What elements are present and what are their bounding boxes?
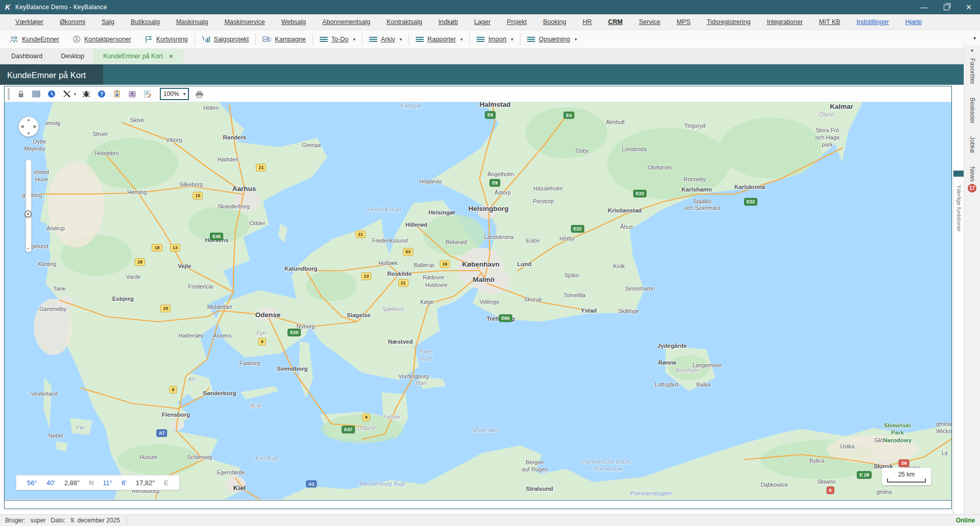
toolbar-kampagne[interactable]: Kampagne bbox=[255, 33, 312, 45]
menu-butikssalg[interactable]: Butikssalg bbox=[123, 18, 168, 26]
title-bar: K KeyBalance Demo - KeyBalance — × bbox=[0, 0, 980, 14]
lock-icon[interactable] bbox=[16, 89, 26, 99]
zoom-track[interactable] bbox=[26, 159, 32, 252]
menu-crm[interactable]: CRM bbox=[600, 18, 631, 26]
table-icon[interactable] bbox=[31, 89, 41, 99]
toolbar-label: To-Do bbox=[331, 36, 348, 43]
bug-icon[interactable] bbox=[81, 89, 91, 99]
tools-icon[interactable] bbox=[62, 89, 72, 99]
pan-right-icon[interactable]: ▶ bbox=[34, 124, 37, 129]
menu-mps[interactable]: MPS bbox=[668, 18, 699, 26]
restore-button[interactable] bbox=[935, 0, 958, 14]
menu-kontraktsalg[interactable]: Kontraktsalg bbox=[378, 18, 430, 26]
toolbar-overflow-icon[interactable]: ▾ bbox=[973, 35, 976, 41]
menu-maskinsalg[interactable]: Maskinsalg bbox=[168, 18, 217, 26]
toolbar-arkiv[interactable]: Arkiv ▾ bbox=[362, 33, 409, 45]
menu-websalg[interactable]: Websalg bbox=[273, 18, 314, 26]
sidebar-item-beskeder[interactable]: Beskeder bbox=[969, 98, 976, 124]
toolbar-label: Opsætning bbox=[539, 36, 570, 43]
map-pan-control[interactable]: ▲ ▼ ◀ ▶ bbox=[18, 116, 39, 137]
tab-desktop[interactable]: Desktop bbox=[52, 49, 93, 64]
svg-text:?: ? bbox=[100, 91, 103, 97]
menu-indkoeb[interactable]: Indkøb bbox=[430, 18, 466, 26]
window-title: KeyBalance Demo - KeyBalance bbox=[15, 4, 107, 11]
pan-up-icon[interactable]: ▲ bbox=[27, 117, 31, 122]
toolbar-opsaetning[interactable]: Opsætning ▾ bbox=[520, 33, 584, 45]
menu-indstillinger[interactable]: Indstillinger bbox=[848, 18, 897, 26]
pan-down-icon[interactable]: ▼ bbox=[27, 131, 31, 136]
horizontal-scrollbar[interactable] bbox=[4, 500, 952, 509]
zoom-select[interactable]: 100% ▾ bbox=[160, 88, 189, 100]
map-zoom-slider[interactable]: + − bbox=[24, 159, 32, 251]
coordinates-bar: 56° 40' 2,88'' N 11° 6' 17,82'' E bbox=[16, 475, 180, 490]
menu-vaerktoejer[interactable]: Værktøjer bbox=[7, 18, 52, 26]
zoom-out-button[interactable]: − bbox=[24, 245, 32, 252]
close-button[interactable]: × bbox=[958, 0, 980, 14]
lat-seconds[interactable]: 2,88'' bbox=[60, 479, 84, 487]
toolbar-import[interactable]: Import ▾ bbox=[469, 33, 520, 45]
road-shield: E6 bbox=[490, 179, 500, 187]
sidebar-item-news[interactable]: News bbox=[969, 166, 976, 182]
toolbar-rapporter[interactable]: Rapporter ▾ bbox=[409, 33, 469, 45]
road-shield: 21 bbox=[398, 279, 409, 287]
lon-degrees[interactable]: 11° bbox=[98, 479, 117, 487]
sidebar-item-jobkoe[interactable]: Jobkø bbox=[969, 136, 976, 153]
road-shield: 8 bbox=[169, 386, 177, 394]
toolbar-label: Rapporter bbox=[427, 36, 456, 43]
grip-handle-icon[interactable] bbox=[8, 88, 10, 100]
toolbar-todo[interactable]: To-Do ▾ bbox=[313, 33, 362, 45]
lat-minutes[interactable]: 40' bbox=[42, 479, 60, 487]
menu-mit-kb[interactable]: MIT KB bbox=[811, 18, 848, 26]
minimize-button[interactable]: — bbox=[913, 0, 935, 14]
menu-lager[interactable]: Lager bbox=[466, 18, 499, 26]
map-canvas[interactable]: KøbenhavnMalmöAarhusOdenseHelsingborgKie… bbox=[5, 102, 951, 499]
toolbar-kundeemner[interactable]: KundeEmner bbox=[3, 33, 66, 45]
edit-icon[interactable] bbox=[142, 89, 153, 99]
toolbar-kontaktpersoner[interactable]: Kontaktpersoner bbox=[66, 33, 138, 45]
collapsed-panel-cap bbox=[953, 171, 965, 177]
menu-booking[interactable]: Booking bbox=[535, 18, 574, 26]
crm-toolbar: KundeEmner Kontaktpersoner Kortvisning S… bbox=[0, 30, 980, 49]
print-icon[interactable] bbox=[194, 89, 204, 99]
zoom-knob[interactable] bbox=[25, 210, 32, 218]
menu-integrationer[interactable]: Integrationer bbox=[759, 18, 811, 26]
map-shields: 2115181328215323212516989E45E20E47E6E6E4… bbox=[5, 102, 951, 499]
menu-hr[interactable]: HR bbox=[575, 18, 600, 26]
menu-icon bbox=[527, 36, 535, 42]
lon-seconds[interactable]: 17,82'' bbox=[131, 479, 160, 487]
menu-projekt[interactable]: Projekt bbox=[499, 18, 535, 26]
tab-bar: Dashboard Desktop KundeEmner på Kort × bbox=[0, 49, 964, 64]
menu-maskinservice[interactable]: Maskinservice bbox=[216, 18, 273, 26]
road-shield: A7 bbox=[156, 429, 168, 437]
tab-dashboard[interactable]: Dashboard bbox=[2, 49, 52, 64]
toolbar-kortvisning[interactable]: Kortvisning bbox=[138, 33, 195, 45]
paste-icon[interactable] bbox=[112, 89, 122, 99]
help-icon[interactable]: ? bbox=[97, 89, 107, 99]
sidebar-overflow-icon[interactable]: ▾ bbox=[964, 45, 980, 58]
menu-icon bbox=[369, 36, 377, 42]
lon-minutes[interactable]: 6' bbox=[117, 479, 131, 487]
chevron-down-icon[interactable]: ▾ bbox=[74, 92, 76, 97]
road-shield: 53 bbox=[403, 248, 413, 256]
toolbar-salgsprojekt[interactable]: Salgsprojekt bbox=[195, 33, 256, 45]
road-shield: 23 bbox=[361, 272, 371, 280]
close-icon[interactable]: × bbox=[169, 53, 173, 60]
menu-service[interactable]: Service bbox=[631, 18, 668, 26]
collapsed-panel[interactable]: Yderlige funktioner bbox=[953, 171, 965, 526]
menu-abonnementsalg[interactable]: Abonnementsalg bbox=[314, 18, 378, 26]
zoom-value: 100% bbox=[163, 90, 179, 98]
tab-kundeemner-paa-kort[interactable]: KundeEmner på Kort × bbox=[93, 48, 183, 64]
menu-tidsregistrering[interactable]: Tidsregistrering bbox=[699, 18, 759, 26]
road-shield: 15 bbox=[193, 192, 203, 199]
history-icon[interactable] bbox=[46, 89, 57, 99]
sidebar-item-favoritter[interactable]: Favoritter bbox=[969, 58, 976, 84]
lat-degrees[interactable]: 56° bbox=[22, 479, 42, 487]
chevron-down-icon: ▾ bbox=[399, 37, 402, 42]
import-icon[interactable] bbox=[127, 89, 137, 99]
pan-left-icon[interactable]: ◀ bbox=[20, 124, 23, 129]
window-controls: — × bbox=[913, 0, 980, 14]
menu-salg[interactable]: Salg bbox=[93, 18, 123, 26]
menu-oekonomi[interactable]: Økonomi bbox=[52, 18, 93, 26]
menu-hjaelp[interactable]: Hjælp bbox=[897, 18, 930, 26]
collapsed-panel-title[interactable]: Yderlige funktioner bbox=[956, 181, 962, 232]
